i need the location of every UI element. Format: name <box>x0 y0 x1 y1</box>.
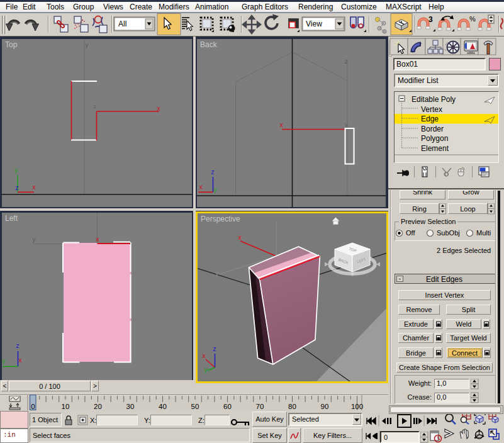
svg-text:y: y <box>85 42 89 49</box>
svg-text:x: x <box>202 353 206 360</box>
svg-text:70: 70 <box>256 403 264 410</box>
svg-text:50: 50 <box>191 403 199 410</box>
svg-text:Vertex: Vertex <box>421 105 442 114</box>
svg-text:x: x <box>238 235 242 242</box>
svg-text:y: y <box>2 358 6 365</box>
svg-text:y: y <box>32 237 36 244</box>
svg-text:60: 60 <box>223 403 232 410</box>
svg-text:x: x <box>96 237 99 244</box>
svg-text:Edge: Edge <box>421 115 439 123</box>
svg-text:All: All <box>118 20 126 28</box>
svg-text:90: 90 <box>321 403 329 410</box>
svg-text:20: 20 <box>94 403 102 410</box>
svg-text:x: x <box>18 357 22 364</box>
svg-text:Z:: Z: <box>198 417 204 424</box>
svg-text:z: z <box>213 346 216 353</box>
svg-text:%: % <box>469 15 476 23</box>
svg-text:Polygon: Polygon <box>421 134 448 143</box>
svg-text:100: 100 <box>351 403 363 410</box>
svg-text:z: z <box>16 343 20 350</box>
svg-text:80: 80 <box>288 403 296 410</box>
svg-text:x: x <box>199 184 203 191</box>
svg-text:Element: Element <box>421 144 449 153</box>
svg-text:Border: Border <box>421 125 444 133</box>
svg-text:40: 40 <box>159 403 167 410</box>
svg-text:z: z <box>344 59 348 65</box>
svg-text:10: 10 <box>62 403 70 410</box>
svg-text:3: 3 <box>428 15 433 24</box>
svg-text:y: y <box>213 187 217 194</box>
svg-text:y: y <box>345 122 349 128</box>
svg-text:y: y <box>14 167 18 174</box>
svg-text:z: z <box>93 104 96 110</box>
svg-text:z: z <box>211 169 215 176</box>
svg-text:X:: X: <box>90 417 96 424</box>
svg-text:0: 0 <box>31 403 35 410</box>
svg-text:30: 30 <box>126 403 135 410</box>
svg-text:x: x <box>157 106 160 113</box>
svg-text:y: y <box>215 271 219 278</box>
svg-text:z: z <box>15 185 19 192</box>
svg-text:x: x <box>279 122 283 129</box>
svg-text:Editable Poly: Editable Poly <box>412 95 456 104</box>
svg-text:View: View <box>306 20 322 28</box>
svg-text:x: x <box>32 184 36 191</box>
svg-text:y: y <box>204 367 208 374</box>
svg-text:Y:: Y: <box>144 417 150 424</box>
